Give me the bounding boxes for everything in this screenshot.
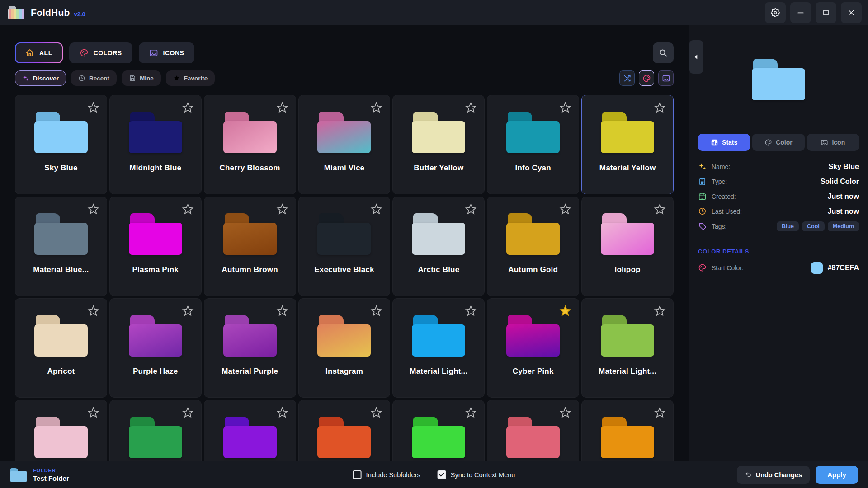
folder-card-material-blue[interactable]: Material Blue...	[15, 197, 107, 296]
folder-card[interactable]	[15, 400, 107, 461]
details-tab-bar: StatsColorIcon	[698, 134, 859, 151]
collapse-panel-button[interactable]	[689, 40, 703, 74]
favorite-star-icon[interactable]	[653, 203, 666, 216]
folder-card-material-light[interactable]: Material Light...	[581, 298, 674, 398]
folder-card-info-cyan[interactable]: Info Cyan	[487, 95, 579, 194]
nav-tab-all[interactable]: ALL	[15, 42, 63, 63]
folder-card-instagram[interactable]: Instagram	[298, 298, 391, 398]
favorite-star-icon[interactable]	[276, 406, 289, 419]
stat-value: Just now	[828, 192, 859, 201]
view-toggle-image[interactable]	[658, 70, 674, 86]
filter-tab-recent[interactable]: Recent	[71, 70, 117, 86]
folder-color-swatch-icon	[506, 112, 560, 153]
favorite-star-icon[interactable]	[559, 101, 572, 114]
undo-changes-button[interactable]: Undo Changes	[737, 466, 810, 484]
maximize-button[interactable]	[816, 2, 836, 23]
favorite-star-icon[interactable]	[276, 101, 289, 114]
footer-options: Include SubfoldersSync to Context Menu	[353, 470, 515, 479]
folder-card-arctic-blue[interactable]: Arctic Blue	[392, 197, 485, 296]
stats-icon	[711, 139, 718, 146]
nav-tab-colors[interactable]: COLORS	[69, 42, 132, 63]
palette-icon	[80, 48, 89, 57]
check-icon	[439, 471, 445, 478]
favorite-star-icon[interactable]	[87, 101, 100, 114]
filter-tab-favorite[interactable]: Favorite	[166, 70, 215, 86]
folder-card-cherry-blossom[interactable]: Cherry Blossom	[204, 95, 296, 194]
folder-card-lolipop[interactable]: lolipop	[581, 197, 674, 296]
checkbox-unchecked-icon[interactable]	[353, 470, 362, 479]
favorite-star-icon[interactable]	[653, 305, 666, 318]
filter-tab-discover[interactable]: Discover	[15, 70, 66, 86]
checkbox-sync-to-context-menu[interactable]: Sync to Context Menu	[438, 470, 515, 479]
favorite-star-icon[interactable]	[464, 305, 477, 318]
details-tab-stats[interactable]: Stats	[698, 134, 750, 151]
folder-card-executive-black[interactable]: Executive Black	[298, 197, 391, 296]
titlebar: FoldHub v2.0	[0, 0, 868, 25]
tags-label: Tags:	[712, 223, 726, 230]
favorite-star-icon[interactable]	[559, 305, 572, 318]
folder-card[interactable]	[204, 400, 296, 461]
details-tab-color[interactable]: Color	[752, 134, 804, 151]
favorite-star-icon[interactable]	[653, 101, 666, 114]
folder-card-plasma-pink[interactable]: Plasma Pink	[109, 197, 202, 296]
start-color-swatch[interactable]	[811, 262, 823, 274]
favorite-star-icon[interactable]	[181, 305, 194, 318]
search-button[interactable]	[653, 42, 674, 63]
favorite-star-icon[interactable]	[87, 203, 100, 216]
favorite-star-icon[interactable]	[464, 203, 477, 216]
folder-card-sky-blue[interactable]: Sky Blue	[15, 95, 107, 194]
favorite-star-icon[interactable]	[370, 305, 383, 318]
favorite-star-icon[interactable]	[370, 406, 383, 419]
nav-tab-icons[interactable]: ICONS	[139, 42, 195, 63]
folder-card[interactable]	[581, 400, 674, 461]
folder-card-butter-yellow[interactable]: Butter Yellow	[392, 95, 485, 194]
folder-card-apricot[interactable]: Apricot	[15, 298, 107, 398]
minimize-button[interactable]	[790, 2, 811, 23]
folder-card-autumn-brown[interactable]: Autumn Brown	[204, 197, 296, 296]
favorite-star-icon[interactable]	[276, 305, 289, 318]
folder-card[interactable]	[298, 400, 391, 461]
favorite-star-icon[interactable]	[181, 406, 194, 419]
favorite-star-icon[interactable]	[559, 406, 572, 419]
folder-card-miami-vice[interactable]: Miami Vice	[298, 95, 391, 194]
folder-card-material-yellow[interactable]: Material Yellow	[581, 95, 674, 194]
favorite-star-icon[interactable]	[653, 406, 666, 419]
favorite-star-icon[interactable]	[181, 203, 194, 216]
apply-button[interactable]: Apply	[816, 466, 858, 484]
stat-row-last-used: Last Used:Just now	[698, 204, 859, 219]
favorite-star-icon[interactable]	[370, 203, 383, 216]
checkbox-include-subfolders[interactable]: Include Subfolders	[353, 470, 420, 479]
view-toggle-shuffle[interactable]	[619, 70, 635, 86]
tag-chips: BlueCoolMedium	[774, 221, 859, 231]
folder-card[interactable]	[487, 400, 579, 461]
favorite-star-icon[interactable]	[87, 305, 100, 318]
folder-card-purple-haze[interactable]: Purple Haze	[109, 298, 202, 398]
checkbox-checked-icon[interactable]	[438, 470, 446, 479]
tag-chip-cool[interactable]: Cool	[802, 221, 825, 231]
folder-card-material-purple[interactable]: Material Purple	[204, 298, 296, 398]
view-toggle-palette[interactable]	[639, 70, 654, 86]
target-kind-label: FOLDER	[33, 468, 69, 473]
folder-card[interactable]	[109, 400, 202, 461]
tag-chip-medium[interactable]: Medium	[828, 221, 859, 231]
folder-grid[interactable]: Sky BlueMidnight BlueCherry BlossomMiami…	[15, 95, 674, 461]
folder-card[interactable]	[392, 400, 485, 461]
close-button[interactable]	[841, 2, 862, 23]
details-tab-label: Color	[776, 139, 793, 146]
favorite-star-icon[interactable]	[464, 101, 477, 114]
favorite-star-icon[interactable]	[276, 203, 289, 216]
favorite-star-icon[interactable]	[181, 101, 194, 114]
folder-name: Instagram	[299, 367, 390, 376]
details-tab-icon[interactable]: Icon	[807, 134, 859, 151]
favorite-star-icon[interactable]	[87, 406, 100, 419]
favorite-star-icon[interactable]	[370, 101, 383, 114]
filter-tab-mine[interactable]: Mine	[122, 70, 161, 86]
settings-button[interactable]	[765, 2, 786, 23]
folder-card-autumn-gold[interactable]: Autumn Gold	[487, 197, 579, 296]
tag-chip-blue[interactable]: Blue	[777, 221, 799, 231]
favorite-star-icon[interactable]	[559, 203, 572, 216]
folder-card-midnight-blue[interactable]: Midnight Blue	[109, 95, 202, 194]
folder-card-material-light[interactable]: Material Light...	[392, 298, 485, 398]
favorite-star-icon[interactable]	[464, 406, 477, 419]
folder-card-cyber-pink[interactable]: Cyber Pink	[487, 298, 579, 398]
